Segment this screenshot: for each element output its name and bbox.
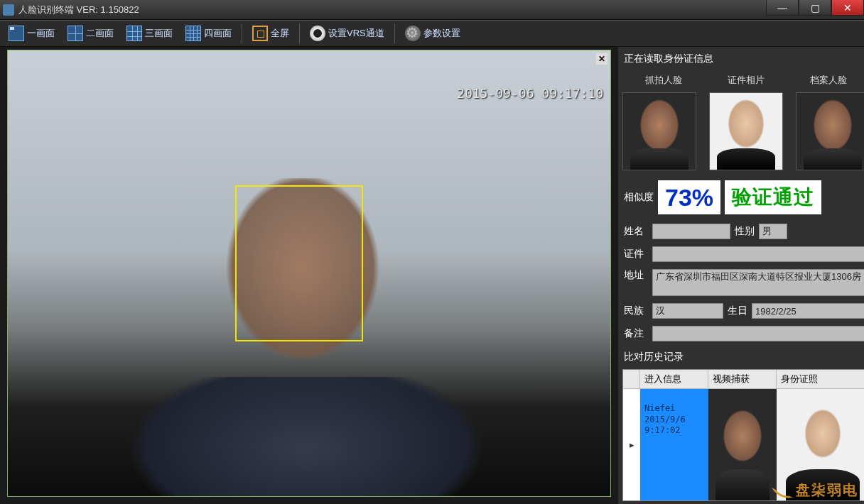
- similarity-row: 相似度 73% 验证通过: [622, 176, 864, 219]
- view-4-button[interactable]: 四画面: [181, 24, 236, 43]
- history-table: 进入信息 视频捕获 身份证照 ▸ Niefei 2015/9/6 9:17:02: [622, 369, 864, 501]
- id-photo-thumb[interactable]: [709, 92, 783, 170]
- person-shoulders: [107, 377, 505, 497]
- history-head: 进入信息 视频捕获 身份证照: [623, 370, 864, 389]
- maximize-button[interactable]: ▢: [799, 0, 831, 16]
- reading-status: 正在读取身份证信息: [622, 50, 864, 71]
- camera-icon: [310, 26, 325, 41]
- field-nation[interactable]: [652, 303, 723, 319]
- captured-face-thumb[interactable]: [622, 92, 696, 170]
- view-2-label: 二画面: [86, 27, 114, 40]
- history-row[interactable]: ▸ Niefei 2015/9/6 9:17:02: [623, 389, 864, 500]
- col-idphoto: 身份证照: [777, 370, 864, 388]
- minimize-button[interactable]: —: [766, 0, 799, 16]
- view-1-button[interactable]: 一画面: [4, 24, 59, 43]
- thumb-labels: 抓拍人脸 证件相片 档案人脸: [622, 74, 864, 87]
- gear-icon: [405, 26, 421, 41]
- window-title: 人脸识别终端 VER: 1.150822: [18, 4, 139, 16]
- row-name: 姓名 性别: [622, 221, 864, 241]
- grid-3-icon: [126, 26, 142, 41]
- row-remark: 备注: [622, 324, 864, 344]
- thumb-label-idphoto: 证件相片: [728, 74, 765, 87]
- grid-4-icon: [185, 26, 201, 41]
- field-id[interactable]: [652, 246, 864, 262]
- row-nation: 民族 生日: [622, 301, 864, 321]
- label-remark: 备注: [624, 327, 648, 340]
- thumb-row: [622, 89, 864, 173]
- label-address: 地址: [624, 269, 648, 282]
- history-id-thumb: [777, 389, 864, 500]
- view-3-label: 三画面: [145, 27, 173, 40]
- view-3-button[interactable]: 三画面: [122, 24, 177, 43]
- archive-face-thumb[interactable]: [796, 92, 864, 170]
- history-name: Niefei: [644, 403, 704, 415]
- verify-result: 验证通过: [725, 180, 821, 214]
- thumb-label-archive: 档案人脸: [810, 74, 847, 87]
- label-gender: 性别: [735, 225, 755, 238]
- vrs-button[interactable]: 设置VRS通道: [306, 24, 389, 43]
- close-button[interactable]: ✕: [831, 0, 864, 16]
- settings-label: 参数设置: [423, 27, 460, 40]
- label-name: 姓名: [624, 225, 648, 238]
- field-address[interactable]: 广东省深圳市福田区深南大道特区报业大厦1306房: [652, 269, 864, 296]
- row-id: 证件: [622, 244, 864, 264]
- side-panel: 正在读取身份证信息 抓拍人脸 证件相片 档案人脸 相似度 73% 验证通过 姓名…: [618, 47, 864, 504]
- history-date: 2015/9/6: [644, 415, 704, 426]
- similarity-value: 73%: [658, 180, 720, 214]
- fullscreen-button[interactable]: 全屏: [248, 24, 293, 43]
- col-info: 进入信息: [640, 370, 708, 388]
- fullscreen-label: 全屏: [271, 27, 289, 40]
- label-id: 证件: [624, 248, 648, 261]
- field-birth[interactable]: [752, 303, 864, 319]
- row-indicator-icon: ▸: [623, 389, 640, 500]
- video-close-icon[interactable]: ✕: [596, 53, 608, 65]
- history-capture-thumb: [708, 389, 777, 500]
- view-4-label: 四画面: [204, 27, 232, 40]
- view-2-button[interactable]: 二画面: [63, 24, 118, 43]
- main-area: ✕ 2015-09-06 09:17:10 正在读取身份证信息 抓拍人脸 证件相…: [0, 47, 864, 504]
- history-info-cell: Niefei 2015/9/6 9:17:02: [640, 389, 708, 500]
- thumb-label-captured: 抓拍人脸: [645, 74, 682, 87]
- video-feed[interactable]: ✕ 2015-09-06 09:17:10: [7, 50, 611, 497]
- video-pane: ✕ 2015-09-06 09:17:10: [0, 47, 618, 504]
- field-gender[interactable]: [759, 224, 787, 239]
- grid-2-icon: [68, 26, 83, 41]
- window-controls: — ▢ ✕: [766, 0, 864, 16]
- toolbar-divider: [394, 23, 395, 43]
- toolbar-divider: [299, 23, 300, 43]
- field-remark[interactable]: [652, 326, 864, 341]
- video-timestamp: 2015-09-06 09:17:10: [457, 86, 603, 101]
- label-nation: 民族: [624, 305, 648, 317]
- toolbar-divider: [242, 23, 242, 43]
- label-birth: 生日: [728, 305, 747, 317]
- face-detection-box: [235, 185, 363, 341]
- toolbar: 一画面 二画面 三画面 四画面 全屏 设置VRS通道 参数设置: [0, 20, 864, 47]
- grid-1-icon: [9, 26, 24, 41]
- row-address: 地址 广东省深圳市福田区深南大道特区报业大厦1306房: [622, 267, 864, 298]
- vrs-label: 设置VRS通道: [328, 27, 384, 40]
- history-title: 比对历史记录: [622, 346, 864, 366]
- settings-button[interactable]: 参数设置: [401, 24, 465, 43]
- fullscreen-icon: [252, 26, 268, 41]
- history-time: 9:17:02: [644, 425, 704, 437]
- app-icon: [3, 4, 14, 16]
- col-capture: 视频捕获: [708, 370, 777, 388]
- view-1-label: 一画面: [27, 27, 55, 40]
- window-titlebar: 人脸识别终端 VER: 1.150822 — ▢ ✕: [0, 0, 864, 20]
- field-name[interactable]: [652, 224, 730, 239]
- similarity-label: 相似度: [624, 191, 654, 204]
